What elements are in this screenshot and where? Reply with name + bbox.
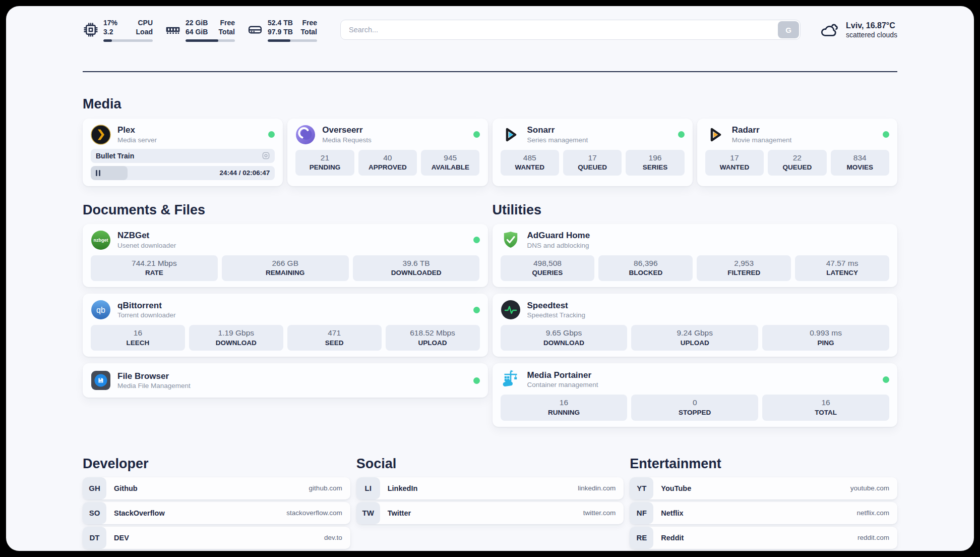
stat-series: 196 SERIES [626,150,684,176]
app-name: File Browser [117,371,191,381]
section-title-entertainment: Entertainment [630,457,897,471]
section-utilities: Utilities [493,186,898,427]
app-name: NZBGet [117,230,176,241]
storage-labels: Free Total [301,18,317,37]
app-card-filebrowser[interactable]: File Browser Media File Management [83,363,488,398]
stat-download: 9.65 Gbps DOWNLOAD [501,325,628,351]
storage-stat: 52.4 TB 97.9 TB Free Total [247,18,317,42]
section-media: Media Plex Media server [83,97,897,186]
hard-drive-icon [247,22,263,38]
stat-queries: 498,508 QUERIES [501,255,595,281]
section-title-media: Media [83,97,897,111]
cpu-progress-bar [103,39,153,42]
section-title-social: Social [356,457,624,471]
radarr-icon [705,125,725,145]
stat-blocked: 86,396 BLOCKED [598,255,693,281]
playback-progress-row: 24:44 / 02:06:47 [91,166,275,180]
linkedin-badge: LI [356,477,380,499]
storage-values: 52.4 TB 97.9 TB [268,18,293,37]
search-input[interactable] [340,20,801,40]
reddit-badge: RE [630,527,653,549]
app-name: Speedtest [527,300,586,311]
section-social: Social LI LinkedIn linkedin.com TW Twitt… [356,457,624,551]
app-card-sonarr[interactable]: Sonarr Series management 485 WANTED 17 Q… [493,119,693,186]
app-description: Torrent downloader [117,311,176,320]
stat-available: 945 AVAILABLE [421,150,479,176]
bookmark-linkedin[interactable]: LI LinkedIn linkedin.com [356,477,624,499]
app-card-qbittorrent[interactable]: qb qBittorrent Torrent downloader 16 LEE… [83,294,488,357]
filebrowser-icon [91,370,111,391]
media-disc-icon[interactable] [262,152,270,159]
status-dot-online [678,131,685,138]
app-description: Container management [527,381,598,389]
qbittorrent-icon: qb [91,300,111,320]
stat-upload: 618.52 Mbps UPLOAD [386,325,480,351]
memory-progress-bar [186,39,235,42]
stat-stopped: 0 STOPPED [631,395,758,420]
section-entertainment: Entertainment YT YouTube youtube.com NF … [630,457,897,551]
bookmark-twitter[interactable]: TW Twitter twitter.com [356,502,624,524]
bookmark-stackoverflow[interactable]: SO StackOverflow stackoverflow.com [83,502,350,524]
search-bar: G [340,20,801,40]
app-card-nzbget[interactable]: nzbget NZBGet Usenet downloader 744.21 M… [83,224,488,287]
storage-progress-bar [268,39,317,42]
app-description: Media Requests [322,136,372,145]
app-name: qBittorrent [117,300,176,311]
stat-downloaded: 39.6 TB DOWNLOADED [353,255,480,281]
app-card-radarr[interactable]: Radarr Movie management 17 WANTED 22 QUE… [697,119,897,186]
stat-latency: 47.57 ms LATENCY [795,255,889,281]
search-engine-button[interactable]: G [778,21,799,38]
youtube-badge: YT [630,477,653,499]
app-card-portainer[interactable]: Media Portainer Container management 16 … [493,363,898,426]
stat-movies: 834 MOVIES [831,150,889,176]
bookmark-youtube[interactable]: YT YouTube youtube.com [630,477,897,499]
app-card-plex[interactable]: Plex Media server Bullet Train [83,119,283,186]
stat-leech: 16 LEECH [91,325,185,351]
speedtest-icon [501,300,521,320]
weather-location-temp: Lviv, 16.87°C [846,21,897,30]
app-description: Movie management [732,136,792,145]
stat-rate: 744.21 Mbps RATE [91,255,218,281]
app-description: Media server [117,136,157,145]
stat-queued: 22 QUEUED [768,150,826,176]
cpu-stat: 17% 3.2 CPU Load [83,18,153,42]
stackoverflow-badge: SO [83,502,106,524]
app-description: Media File Management [117,382,191,391]
plex-icon [91,125,111,145]
stat-running: 16 RUNNING [501,395,628,420]
sonarr-icon [501,125,521,145]
bookmark-reddit[interactable]: RE Reddit reddit.com [630,527,897,549]
portainer-icon [501,369,521,389]
now-playing-title: Bullet Train [96,152,134,160]
app-description: Series management [527,136,588,145]
stat-seed: 471 SEED [287,325,382,351]
now-playing-row: Bullet Train [91,149,275,163]
stat-download: 1.19 Gbps DOWNLOAD [189,325,283,351]
playback-time: 24:44 / 02:06:47 [219,169,270,177]
netflix-badge: NF [630,502,653,524]
weather-condition: scattered clouds [846,31,897,39]
section-title-developer: Developer [83,457,350,471]
cpu-icon [83,22,99,38]
stat-filtered: 2,953 FILTERED [697,255,791,281]
app-card-adguard[interactable]: AdGuard Home DNS and adblocking 498,508 … [493,224,898,287]
pause-button[interactable] [96,170,100,176]
stat-queued: 17 QUEUED [563,150,622,176]
app-card-overseerr[interactable]: Overseerr Media Requests 21 PENDING 40 A… [287,119,487,186]
bookmark-github[interactable]: GH Github github.com [83,477,350,499]
weather-widget[interactable]: Lviv, 16.87°C scattered clouds [820,21,897,39]
section-documents: Documents & Files nzbget [83,186,488,427]
memory-labels: Free Total [219,18,235,37]
app-card-speedtest[interactable]: Speedtest Speedtest Tracking 9.65 Gbps D… [493,294,898,357]
stat-wanted: 485 WANTED [501,150,559,176]
stat-approved: 40 APPROVED [358,150,417,176]
adguard-icon [501,230,521,250]
app-description: DNS and adblocking [527,242,590,250]
stat-ping: 0.993 ms PING [762,325,889,351]
bookmark-netflix[interactable]: NF Netflix netflix.com [630,502,897,524]
svg-text:nzbget: nzbget [94,238,108,243]
cloud-icon [820,22,840,38]
status-dot-online [473,377,480,384]
bookmark-dev[interactable]: DT DEV dev.to [83,527,350,549]
stat-pending: 21 PENDING [295,150,354,176]
